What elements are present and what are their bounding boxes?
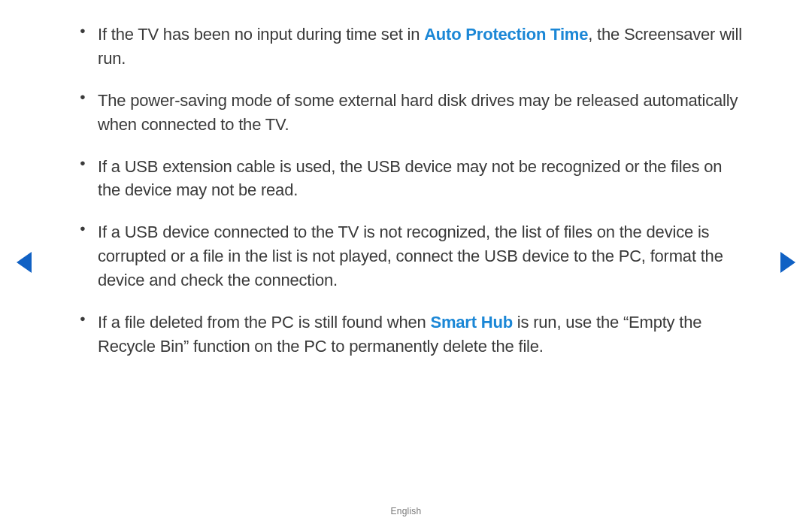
nav-next-button[interactable] [780, 252, 795, 273]
list-item: If a USB extension cable is used, the US… [98, 155, 744, 203]
highlight-text: Smart Hub [430, 313, 512, 332]
text-segment: If a file deleted from the PC is still f… [98, 313, 430, 332]
list-item: If a USB device connected to the TV is n… [98, 220, 744, 292]
footer-language: English [0, 506, 812, 516]
document-content: If the TV has been no input during time … [0, 0, 812, 359]
highlight-text: Auto Protection Time [424, 25, 588, 44]
nav-prev-button[interactable] [17, 252, 32, 273]
list-item: If a file deleted from the PC is still f… [98, 310, 744, 359]
bullet-list: If the TV has been no input during time … [98, 23, 744, 359]
list-item: The power-saving mode of some external h… [98, 89, 744, 137]
text-segment: If a USB extension cable is used, the US… [98, 157, 722, 200]
list-item: If the TV has been no input during time … [98, 23, 744, 71]
text-segment: If the TV has been no input during time … [98, 25, 424, 44]
text-segment: The power-saving mode of some external h… [98, 91, 738, 134]
text-segment: If a USB device connected to the TV is n… [98, 223, 723, 289]
